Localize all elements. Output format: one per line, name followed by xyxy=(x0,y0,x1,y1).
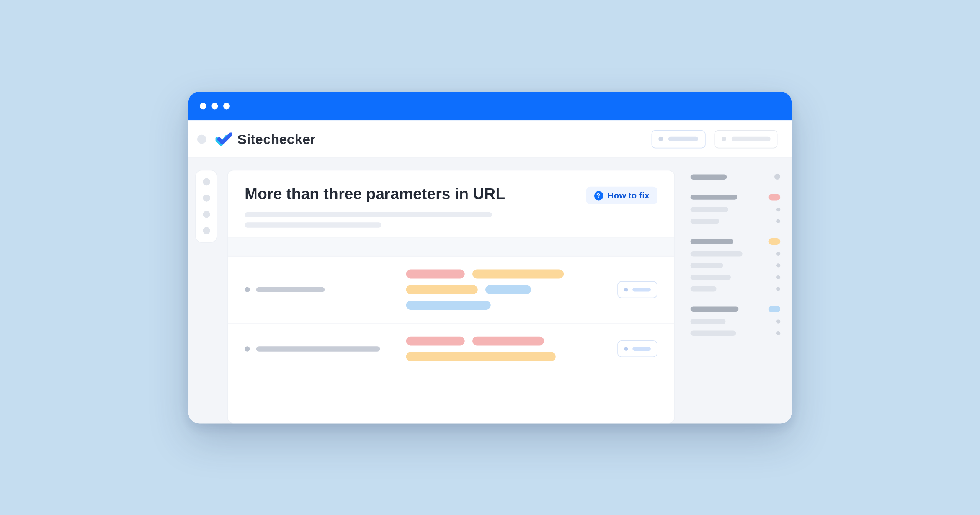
skeleton-line xyxy=(691,219,719,224)
status-badge xyxy=(769,306,781,312)
brand-name: Sitechecker xyxy=(237,131,315,147)
placeholder-label xyxy=(668,136,698,141)
skeleton-line xyxy=(691,319,726,324)
status-dot xyxy=(776,275,780,279)
traffic-light-zoom[interactable] xyxy=(223,103,230,109)
placeholder-label xyxy=(632,347,651,350)
table-row[interactable] xyxy=(228,256,674,323)
sidebar-rail xyxy=(188,158,224,423)
skeleton-line xyxy=(691,174,727,179)
aside-group xyxy=(691,238,781,291)
row-url-cell xyxy=(245,287,394,292)
sidebar-item[interactable] xyxy=(203,227,210,234)
aside-group xyxy=(691,194,781,224)
tag-chip xyxy=(485,285,531,294)
header-action-primary[interactable] xyxy=(652,129,706,148)
status-dot xyxy=(774,173,780,179)
status-dot xyxy=(776,319,780,323)
status-badge xyxy=(769,194,781,200)
brand-logo[interactable]: Sitechecker xyxy=(216,131,316,147)
checkmark-icon xyxy=(216,132,232,145)
aside-group xyxy=(691,173,781,179)
card-header: More than three parameters in URL How to… xyxy=(228,170,674,237)
how-to-fix-button[interactable]: How to fix xyxy=(586,186,657,204)
skeleton-line xyxy=(691,286,717,291)
status-dot xyxy=(776,331,780,335)
status-dot xyxy=(776,263,780,267)
row-action-button[interactable] xyxy=(617,281,657,298)
page-subtitle-skeleton xyxy=(245,212,573,228)
tag-chip xyxy=(472,269,564,278)
main-content: More than three parameters in URL How to… xyxy=(224,158,683,423)
skeleton-line xyxy=(691,251,743,257)
placeholder-label xyxy=(732,136,771,141)
status-badge xyxy=(769,238,781,245)
skeleton-line xyxy=(691,330,736,336)
app-header: Sitechecker xyxy=(188,120,792,158)
sidebar-item[interactable] xyxy=(203,195,210,202)
tag-chip xyxy=(406,285,478,294)
skeleton-line xyxy=(691,239,733,244)
row-url-cell xyxy=(245,346,394,352)
row-action-button[interactable] xyxy=(617,340,657,357)
help-icon xyxy=(594,191,603,200)
table-row[interactable] xyxy=(228,323,674,374)
tag-chip xyxy=(472,336,544,345)
row-tags xyxy=(406,336,581,361)
traffic-light-close[interactable] xyxy=(200,103,206,109)
page-title: More than three parameters in URL xyxy=(245,185,573,203)
skeleton-line xyxy=(691,263,723,268)
sidebar-item[interactable] xyxy=(203,211,210,218)
placeholder-icon xyxy=(722,136,726,141)
tag-chip xyxy=(406,269,465,278)
window-titlebar xyxy=(188,92,792,120)
aside-group xyxy=(691,306,781,335)
skeleton-line xyxy=(256,346,380,352)
status-dot xyxy=(776,287,780,291)
bullet-icon xyxy=(245,346,250,352)
placeholder-icon xyxy=(624,288,628,291)
status-dot xyxy=(776,208,780,211)
skeleton-line xyxy=(691,195,737,200)
traffic-light-minimize[interactable] xyxy=(211,103,218,109)
skeleton-line xyxy=(691,306,739,312)
status-dot xyxy=(776,219,780,223)
tag-chip xyxy=(406,301,491,310)
sidebar-rail-card xyxy=(195,170,217,242)
tag-chip xyxy=(406,352,556,361)
skeleton-line xyxy=(256,287,325,292)
header-action-secondary[interactable] xyxy=(715,129,778,148)
skeleton-line xyxy=(245,222,381,228)
placeholder-icon xyxy=(658,136,663,141)
placeholder-icon xyxy=(624,347,628,350)
row-tags xyxy=(406,269,581,309)
issue-card: More than three parameters in URL How to… xyxy=(227,170,675,423)
how-to-fix-label: How to fix xyxy=(608,190,650,200)
tag-chip xyxy=(406,336,465,345)
table-header xyxy=(228,237,674,256)
status-dot xyxy=(776,252,780,255)
skeleton-line xyxy=(691,275,731,280)
placeholder-label xyxy=(632,288,651,291)
app-body: More than three parameters in URL How to… xyxy=(188,158,792,423)
menu-toggle-icon[interactable] xyxy=(197,134,206,143)
aside-panel xyxy=(683,158,792,423)
skeleton-line xyxy=(245,212,492,217)
skeleton-line xyxy=(691,207,728,212)
sidebar-item[interactable] xyxy=(203,178,210,185)
app-window: Sitechecker xyxy=(188,92,792,423)
bullet-icon xyxy=(245,287,250,292)
